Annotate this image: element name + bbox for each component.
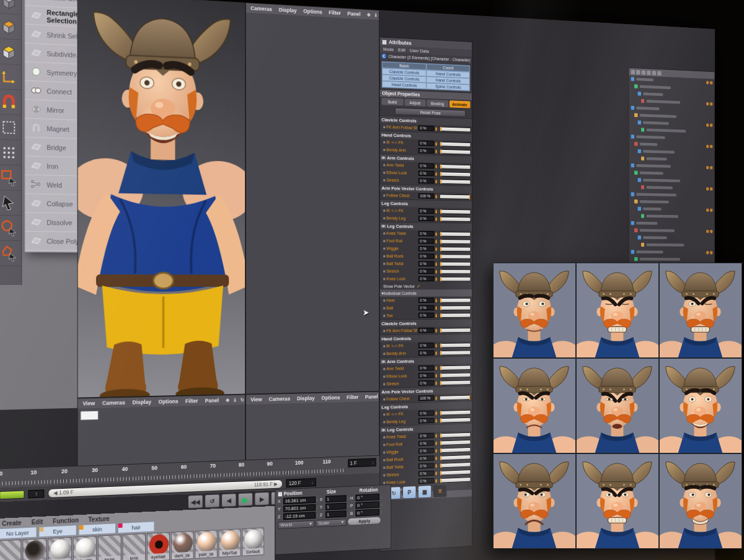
slider-stepper-icon[interactable]: ▮ (435, 478, 438, 483)
key-dot-icon[interactable] (383, 209, 385, 212)
slider-track[interactable] (440, 261, 471, 266)
key-dot-icon[interactable] (383, 474, 385, 476)
slider-value-field[interactable]: 0 % (418, 261, 435, 266)
key-dot-icon[interactable] (383, 263, 385, 265)
slider-track[interactable] (440, 269, 471, 274)
viewport-nav-icons[interactable]: ✥ ⇓ ↻ ▣ (367, 12, 379, 19)
stepper-icon[interactable]: ↕ (347, 512, 349, 516)
slider-track[interactable] (440, 247, 471, 252)
prev-frame-button[interactable]: ◀ (221, 493, 236, 507)
slider-stepper-icon[interactable]: ▮ (435, 164, 438, 168)
arrow-cursor-icon[interactable] (0, 190, 22, 216)
attr-menu-mode[interactable]: Mode (383, 46, 394, 52)
slider-track[interactable] (440, 216, 471, 221)
key-dot-icon[interactable] (383, 458, 385, 461)
slider-row[interactable]: Ball Rock0 %▮ (380, 252, 472, 260)
slider-track[interactable] (440, 149, 471, 154)
slider-track[interactable] (440, 209, 471, 214)
frame-stepper-icon[interactable]: ↕ (372, 460, 374, 465)
pose-stern[interactable] (494, 359, 575, 453)
slider-stepper-icon[interactable]: ▮ (435, 172, 438, 177)
viewport-menu-cameras[interactable]: Cameras (102, 400, 125, 406)
slider-value-field[interactable]: 0 % (418, 373, 435, 378)
slider-track[interactable] (440, 409, 471, 415)
slider-stepper-icon[interactable]: ▮ (435, 455, 438, 460)
points-grid-icon[interactable] (0, 140, 22, 166)
control-subheader[interactable]: ▾ Individual Controls (380, 289, 472, 297)
slider-stepper-icon[interactable]: ▮ (435, 276, 438, 281)
viewport-menu-panel[interactable]: Panel (365, 394, 378, 400)
rotation-field[interactable]: 0 ° (356, 494, 379, 501)
object-row[interactable] (629, 255, 715, 263)
layer-tab-hair[interactable]: hair (118, 521, 154, 533)
viewport-menu-view[interactable]: View (82, 400, 95, 406)
slider-stepper-icon[interactable]: ▮ (435, 232, 438, 237)
rotation-field[interactable]: 0 ° (356, 501, 379, 509)
viewport-front-mini[interactable]: ViewCamerasDisplayOptionsFilterPanel✥ ⇓ … (78, 395, 246, 466)
slider-value-field[interactable]: 0 % (418, 418, 435, 424)
slider-track[interactable] (440, 194, 471, 199)
keyframe-bars-button[interactable]: ≡ (433, 484, 447, 497)
cube-icon[interactable] (0, 14, 22, 40)
slider-track[interactable] (440, 395, 471, 400)
slider-value-field[interactable]: 0 % (418, 141, 435, 146)
viewport-menu-filter[interactable]: Filter (329, 9, 340, 16)
slider-value-field[interactable]: 100 % (418, 395, 435, 401)
slider-row[interactable]: Toe0 %▮ (380, 311, 472, 319)
material-swatch-mip-sat[interactable]: Mip/Sat (219, 528, 241, 558)
play-backward-button[interactable]: ↺ (205, 494, 219, 508)
key-dot-icon[interactable] (383, 307, 385, 309)
materials-menu-function[interactable]: Function (53, 517, 79, 525)
slider-track[interactable] (440, 447, 471, 452)
position-field[interactable]: 16.381 cm (283, 496, 316, 504)
slider-stepper-icon[interactable]: ▮ (435, 254, 438, 258)
attr-menu-user-data[interactable]: User Data (410, 48, 429, 54)
slider-stepper-icon[interactable]: ▮ (435, 433, 438, 438)
key-dot-icon[interactable] (383, 270, 385, 273)
space-dropdown[interactable]: World▾ (278, 520, 314, 528)
material-swatch-default[interactable]: Default (242, 527, 264, 556)
viewport-menu-options[interactable]: Options (321, 395, 340, 401)
key-dot-icon[interactable] (383, 444, 385, 446)
slider-stepper-icon[interactable]: ▮ (435, 471, 438, 476)
material-swatch-eyeball[interactable]: eyeball (147, 532, 170, 560)
stepper-icon[interactable]: ↕ (347, 496, 349, 501)
key-dot-icon[interactable] (383, 481, 385, 484)
slider-track[interactable] (440, 417, 471, 422)
slider-stepper-icon[interactable]: ▮ (435, 126, 438, 131)
slider-track[interactable] (440, 477, 471, 483)
slider-value-field[interactable]: 0 % (418, 350, 435, 356)
keyframe-selection-button[interactable]: ▦ (418, 485, 432, 499)
viewport-menu-display[interactable]: Display (132, 399, 151, 406)
slider-value-field[interactable]: 0 % (418, 246, 435, 252)
slider-value-field[interactable]: 0 % (418, 343, 435, 348)
slider-value-field[interactable]: 0 % (418, 269, 435, 274)
build-tab-build[interactable]: Build (381, 98, 403, 106)
slider-track[interactable] (440, 298, 471, 303)
slider-row[interactable]: Wiggle0 %▮ (380, 245, 472, 253)
slider-value-field[interactable]: 0 % (418, 297, 435, 303)
slider-value-field[interactable]: 0 % (418, 380, 435, 386)
next-frame-button[interactable]: ▶ (255, 492, 270, 505)
material-swatch-brow[interactable]: brow (98, 535, 122, 560)
viewport-side-mini[interactable]: ViewCamerasDisplayOptionsFilterPanel✥ ⇓ … (246, 392, 379, 461)
autokey-parameter-button[interactable]: P (402, 486, 416, 499)
slider-stepper-icon[interactable]: ▮ (435, 239, 438, 244)
total-frames-field[interactable]: 120 F ↕ (286, 478, 316, 488)
viewport-menu-display[interactable]: Display (279, 7, 297, 14)
slider-track[interactable] (440, 239, 471, 244)
slider-value-field[interactable]: 0 % (418, 455, 435, 461)
slider-value-field[interactable]: 0 % (418, 433, 435, 439)
key-dot-icon[interactable] (383, 179, 385, 182)
slider-value-field[interactable]: 0 % (418, 208, 435, 214)
poly-select-icon[interactable] (0, 241, 22, 266)
viewport-menu-filter[interactable]: Filter (347, 394, 358, 400)
build-tab-adjust[interactable]: Adjust (404, 98, 426, 107)
viewport-rig-view[interactable]: CamerasDisplayOptionsFilterPanel✥ ⇓ ↻ ▣ … (246, 2, 379, 395)
stepper-icon[interactable]: ↕ (347, 504, 349, 508)
viewport-perspective-render[interactable] (78, 0, 246, 398)
slider-track[interactable] (440, 126, 471, 132)
materials-menu-edit[interactable]: Edit (32, 518, 43, 525)
viewport-menu-filter[interactable]: Filter (185, 398, 198, 404)
size-field[interactable]: 1 (326, 503, 347, 510)
